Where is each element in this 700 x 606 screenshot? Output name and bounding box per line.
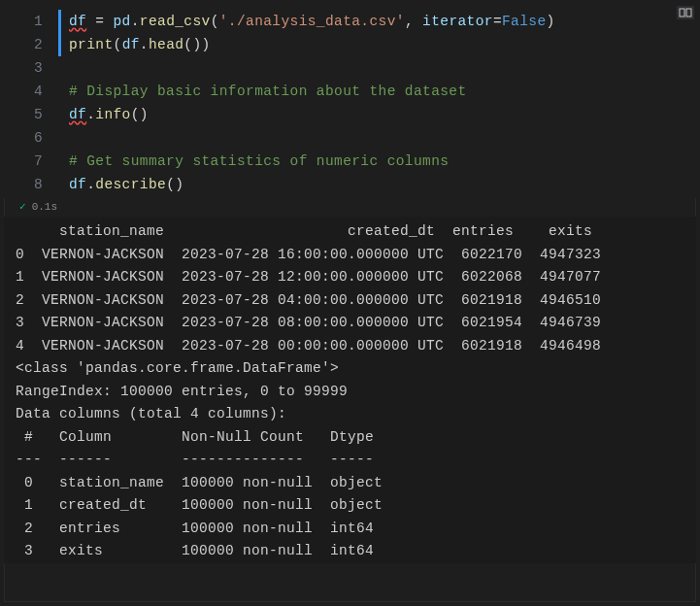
code-line[interactable]: 2print(df.head()) [4,33,696,56]
code-line[interactable]: 3 [4,56,696,80]
line-number: 6 [4,126,58,150]
line-number: 2 [4,33,58,56]
code-line[interactable]: 5df.info() [4,103,696,126]
output-info-line: 1 created_dt 100000 non-null object [16,494,696,518]
output-info-line: Data columns (total 4 columns): [16,403,696,426]
line-number: 8 [4,173,58,196]
code-editor[interactable]: 1df = pd.read_csv('./analysis_data.csv',… [4,4,696,198]
output-info-line: 0 station_name 100000 non-null object [16,472,696,495]
execution-status: ✓ 0.1s [4,198,696,217]
output-area: station_name created_dt entries exits0 V… [4,217,696,563]
code-line[interactable]: 4# Display basic information about the d… [4,80,696,103]
output-data-row: 2 VERNON-JACKSON 2023-07-28 04:00:00.000… [16,289,696,313]
check-icon: ✓ [19,200,26,213]
output-data-row: 1 VERNON-JACKSON 2023-07-28 12:00:00.000… [16,266,696,289]
code-text[interactable]: # Display basic information about the da… [69,80,467,103]
cell-toolbar-button[interactable] [677,6,694,19]
code-line[interactable]: 6 [4,126,696,150]
svg-rect-1 [686,9,691,17]
code-line[interactable]: 7# Get summary statistics of numeric col… [4,150,696,173]
notebook-cell: 1df = pd.read_csv('./analysis_data.csv',… [4,4,696,602]
output-header-row: station_name created_dt entries exits [16,220,696,244]
svg-rect-0 [680,9,684,17]
output-info-line: 2 entries 100000 non-null int64 [16,518,696,541]
line-number: 7 [4,150,58,173]
code-text[interactable]: df.describe() [69,173,183,196]
modified-gutter-icon [58,33,61,56]
output-data-row: 0 VERNON-JACKSON 2023-07-28 16:00:00.000… [16,244,696,267]
code-text[interactable]: print(df.head()) [69,33,211,56]
code-text[interactable]: df = pd.read_csv('./analysis_data.csv', … [69,10,555,33]
code-text[interactable]: df.info() [69,103,149,126]
line-number: 1 [4,10,58,33]
output-data-row: 4 VERNON-JACKSON 2023-07-28 00:00:00.000… [16,335,696,358]
output-data-row: 3 VERNON-JACKSON 2023-07-28 08:00:00.000… [16,312,696,335]
output-info-line: <class 'pandas.core.frame.DataFrame'> [16,357,696,381]
output-info-line: # Column Non-Null Count Dtype [16,426,696,450]
output-info-line: RangeIndex: 100000 entries, 0 to 99999 [16,381,696,404]
execution-time: 0.1s [32,201,57,213]
line-number: 4 [4,80,58,103]
output-info-line: 3 exits 100000 non-null int64 [16,540,696,563]
line-number: 3 [4,56,58,80]
code-line[interactable]: 1df = pd.read_csv('./analysis_data.csv',… [4,10,696,33]
line-number: 5 [4,103,58,126]
modified-gutter-icon [58,10,61,33]
output-info-line: --- ------ -------------- ----- [16,449,696,472]
code-text[interactable]: # Get summary statistics of numeric colu… [69,150,449,173]
code-line[interactable]: 8df.describe() [4,173,696,196]
